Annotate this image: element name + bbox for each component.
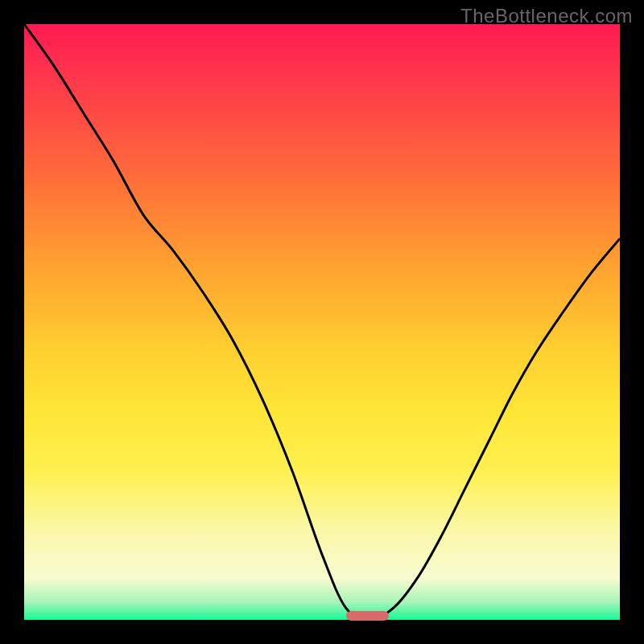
bottleneck-curve [24,24,620,620]
chart-canvas [24,24,620,620]
bottleneck-curve-svg [24,24,620,620]
optimal-marker [346,611,389,621]
